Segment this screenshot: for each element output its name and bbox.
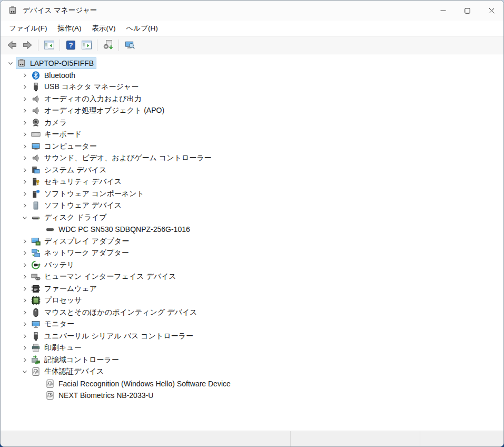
chevron-right-icon[interactable] xyxy=(19,70,31,81)
toolbar-search-computer-button[interactable] xyxy=(122,38,137,52)
tree-item[interactable]: ファームウェア xyxy=(1,283,503,295)
toolbar-console-tree-panel-button[interactable] xyxy=(42,38,56,52)
chevron-right-icon[interactable] xyxy=(19,342,31,354)
tree-item[interactable]: モニター xyxy=(1,318,503,331)
chevron-down-icon[interactable] xyxy=(19,212,31,224)
tree-item-label: サウンド、ビデオ、およびゲーム コントローラー xyxy=(44,153,211,163)
toolbar-separator xyxy=(60,40,60,51)
tree-item[interactable]: サウンド、ビデオ、およびゲーム コントローラー xyxy=(1,152,503,164)
tree-item[interactable]: Bluetooth xyxy=(1,70,503,82)
tree-item[interactable]: ソフトウェア デバイス xyxy=(1,200,503,212)
help-icon: ? xyxy=(65,40,76,51)
tree-item[interactable]: 印刷キュー xyxy=(1,342,503,354)
tree-item-label: ディスク ドライブ xyxy=(44,213,107,222)
tree-item-label: ファームウェア xyxy=(44,284,97,294)
tree-item[interactable]: 記憶域コントローラー xyxy=(1,354,503,366)
chevron-right-icon[interactable] xyxy=(19,117,31,129)
chevron-right-icon[interactable] xyxy=(19,295,31,306)
chevron-right-icon[interactable] xyxy=(19,259,31,271)
toolbar-forward-arrow-button[interactable] xyxy=(20,38,35,52)
chevron-right-icon[interactable] xyxy=(19,141,31,152)
tree-item-label: カメラ xyxy=(44,118,67,128)
tree-item[interactable]: カメラ xyxy=(1,117,503,129)
tree-item[interactable]: コンピューター xyxy=(1,141,503,153)
device-manager-app-icon xyxy=(8,6,17,15)
usb-icon xyxy=(31,332,41,341)
tree-item[interactable]: 生体認証デバイス xyxy=(1,366,503,378)
chevron-right-icon[interactable] xyxy=(19,81,31,93)
status-bar xyxy=(1,431,503,446)
toolbar-help-button[interactable]: ? xyxy=(63,38,78,52)
tree-item-label: 印刷キュー xyxy=(44,343,82,353)
chevron-right-icon[interactable] xyxy=(19,331,31,342)
tree-item[interactable]: マウスとそのほかのポインティング デバイス xyxy=(1,307,503,319)
tree-item[interactable]: セキュリティ デバイス xyxy=(1,176,503,188)
tree-item[interactable]: プロセッサ xyxy=(1,295,503,307)
maximize-button[interactable] xyxy=(455,1,479,21)
tree-item[interactable]: ディスク ドライブ xyxy=(1,212,503,224)
chevron-right-icon[interactable] xyxy=(19,129,31,140)
chevron-down-icon[interactable] xyxy=(19,366,31,377)
menu-file[interactable]: ファイル(F) xyxy=(4,22,53,35)
tree-item[interactable]: オーディオの入力および出力 xyxy=(1,93,503,105)
tree-item[interactable]: LAPTOP-OI5FIFFB xyxy=(1,57,503,70)
tree-item-label: USB コネクタ マネージャー xyxy=(44,82,139,92)
statusbar-section xyxy=(420,431,503,446)
chevron-right-icon[interactable] xyxy=(19,354,31,366)
speaker-icon xyxy=(31,106,41,115)
monitor-icon xyxy=(31,319,41,329)
title-bar: デバイス マネージャー xyxy=(1,1,503,21)
toolbar-properties-panel-button[interactable] xyxy=(79,38,94,52)
tree-item[interactable]: NEXT Biometrics NB-2033-U xyxy=(1,390,503,402)
biometric-icon xyxy=(31,367,41,376)
tree-item-label: ユニバーサル シリアル バス コントローラー xyxy=(44,332,193,341)
printer-icon xyxy=(31,343,41,353)
tree-item[interactable]: システム デバイス xyxy=(1,164,503,177)
chevron-right-icon[interactable] xyxy=(19,318,31,330)
tree-item[interactable]: USB コネクタ マネージャー xyxy=(1,81,503,93)
tree-item[interactable]: オーディオ処理オブジェクト (APO) xyxy=(1,105,503,117)
tree-item-label: モニター xyxy=(44,319,74,329)
chevron-right-icon[interactable] xyxy=(19,307,31,318)
chevron-right-icon[interactable] xyxy=(19,283,31,295)
toolbar: ? xyxy=(1,36,503,54)
chevron-right-icon[interactable] xyxy=(19,188,31,200)
tree-item[interactable]: バッテリ xyxy=(1,259,503,271)
keyboard-icon xyxy=(31,130,41,139)
tree-item[interactable]: ソフトウェア コンポーネント xyxy=(1,188,503,200)
chevron-right-icon[interactable] xyxy=(19,271,31,283)
tree-item[interactable]: WDC PC SN530 SDBQNPZ-256G-1016 xyxy=(1,224,503,236)
tree-item[interactable]: ヒューマン インターフェイス デバイス xyxy=(1,271,503,283)
biometric-icon xyxy=(45,379,55,388)
tree-item-label: セキュリティ デバイス xyxy=(44,177,122,187)
tree-item[interactable]: ディスプレイ アダプター xyxy=(1,236,503,248)
tree-item-label: NEXT Biometrics NB-2033-U xyxy=(58,391,153,400)
tree-item[interactable]: ユニバーサル シリアル バス コントローラー xyxy=(1,331,503,343)
close-button[interactable] xyxy=(479,1,503,21)
minimize-button[interactable] xyxy=(431,1,455,21)
tree-item-label: 記憶域コントローラー xyxy=(44,355,119,365)
chevron-right-icon[interactable] xyxy=(19,247,31,259)
tree-item[interactable]: ネットワーク アダプター xyxy=(1,247,503,259)
chevron-right-icon[interactable] xyxy=(19,164,31,176)
menu-help[interactable]: ヘルプ(H) xyxy=(121,22,163,35)
tree-item-label: ネットワーク アダプター xyxy=(44,248,129,258)
bluetooth-icon xyxy=(31,71,41,80)
toolbar-scan-hardware-changes-button[interactable] xyxy=(101,38,115,52)
tree-item[interactable]: キーボード xyxy=(1,129,503,141)
chevron-right-icon[interactable] xyxy=(19,176,31,188)
storage-controller-icon xyxy=(31,355,41,365)
tree-item[interactable]: Facial Recognition (Windows Hello) Softw… xyxy=(1,378,503,390)
menu-view[interactable]: 表示(V) xyxy=(87,22,121,35)
chevron-right-icon[interactable] xyxy=(19,200,31,211)
toolbar-back-arrow-button[interactable] xyxy=(4,38,19,52)
hid-icon xyxy=(31,272,41,281)
chevron-down-icon[interactable] xyxy=(5,57,16,69)
chevron-right-icon[interactable] xyxy=(19,93,31,105)
chevron-right-icon[interactable] xyxy=(19,236,31,247)
camera-icon xyxy=(31,118,41,128)
chevron-right-icon[interactable] xyxy=(19,152,31,164)
menu-action[interactable]: 操作(A) xyxy=(53,22,87,35)
tree-item-label: キーボード xyxy=(44,130,82,139)
chevron-right-icon[interactable] xyxy=(19,105,31,116)
